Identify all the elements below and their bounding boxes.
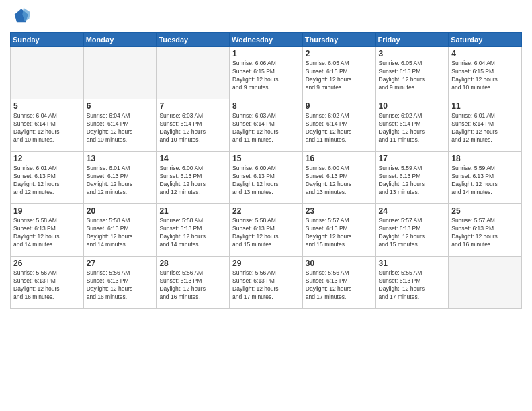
day-info: Sunrise: 6:03 AM Sunset: 6:14 PM Dayligh…: [159, 112, 226, 144]
day-number: 20: [87, 206, 154, 216]
day-info: Sunrise: 6:05 AM Sunset: 6:15 PM Dayligh…: [379, 60, 446, 92]
weekday-header-saturday: Saturday: [449, 33, 522, 47]
day-number: 23: [306, 206, 373, 216]
day-cell-15: 15Sunrise: 6:00 AM Sunset: 6:13 PM Dayli…: [230, 152, 303, 204]
day-info: Sunrise: 5:58 AM Sunset: 6:13 PM Dayligh…: [13, 217, 81, 249]
day-number: 11: [451, 101, 519, 111]
day-number: 27: [87, 259, 154, 268]
day-info: Sunrise: 6:05 AM Sunset: 6:15 PM Dayligh…: [306, 60, 373, 92]
logo: [10, 7, 33, 27]
day-cell-6: 6Sunrise: 6:04 AM Sunset: 6:14 PM Daylig…: [83, 99, 157, 152]
day-cell-24: 24Sunrise: 5:57 AM Sunset: 6:13 PM Dayli…: [375, 204, 449, 257]
day-number: 22: [232, 206, 300, 216]
day-number: 31: [379, 259, 446, 268]
day-cell-18: 18Sunrise: 5:59 AM Sunset: 6:13 PM Dayli…: [449, 152, 522, 204]
day-cell-9: 9Sunrise: 6:02 AM Sunset: 6:14 PM Daylig…: [302, 99, 375, 152]
day-info: Sunrise: 5:56 AM Sunset: 6:13 PM Dayligh…: [13, 269, 81, 302]
day-number: 21: [159, 206, 226, 216]
day-number: 10: [379, 101, 446, 111]
day-number: 14: [159, 154, 226, 163]
day-number: 30: [306, 259, 373, 268]
day-number: 4: [451, 49, 519, 58]
day-cell-29: 29Sunrise: 5:56 AM Sunset: 6:13 PM Dayli…: [230, 257, 303, 309]
day-info: Sunrise: 5:56 AM Sunset: 6:13 PM Dayligh…: [159, 269, 226, 302]
page: SundayMondayTuesdayWednesdayThursdayFrid…: [0, 0, 532, 411]
day-info: Sunrise: 6:00 AM Sunset: 6:13 PM Dayligh…: [306, 165, 373, 197]
day-info: Sunrise: 6:01 AM Sunset: 6:13 PM Dayligh…: [13, 165, 81, 197]
day-cell-25: 25Sunrise: 5:57 AM Sunset: 6:13 PM Dayli…: [449, 204, 522, 257]
day-number: 2: [306, 49, 373, 58]
day-info: Sunrise: 5:56 AM Sunset: 6:13 PM Dayligh…: [87, 269, 154, 302]
day-cell-20: 20Sunrise: 5:58 AM Sunset: 6:13 PM Dayli…: [83, 204, 157, 257]
day-info: Sunrise: 6:00 AM Sunset: 6:13 PM Dayligh…: [232, 165, 300, 197]
day-info: Sunrise: 5:58 AM Sunset: 6:13 PM Dayligh…: [232, 217, 300, 249]
day-cell-23: 23Sunrise: 5:57 AM Sunset: 6:13 PM Dayli…: [302, 204, 375, 257]
day-cell-8: 8Sunrise: 6:03 AM Sunset: 6:14 PM Daylig…: [230, 99, 303, 152]
day-number: 19: [13, 206, 81, 216]
week-row-3: 12Sunrise: 6:01 AM Sunset: 6:13 PM Dayli…: [11, 152, 522, 204]
day-cell-3: 3Sunrise: 6:05 AM Sunset: 6:15 PM Daylig…: [375, 47, 449, 99]
day-cell-11: 11Sunrise: 6:01 AM Sunset: 6:14 PM Dayli…: [449, 99, 522, 152]
empty-cell: [157, 47, 230, 99]
day-number: 3: [379, 49, 446, 58]
day-info: Sunrise: 5:57 AM Sunset: 6:13 PM Dayligh…: [306, 217, 373, 249]
day-cell-4: 4Sunrise: 6:04 AM Sunset: 6:15 PM Daylig…: [449, 47, 522, 99]
day-cell-22: 22Sunrise: 5:58 AM Sunset: 6:13 PM Dayli…: [230, 204, 303, 257]
day-number: 18: [451, 154, 519, 163]
empty-cell: [83, 47, 157, 99]
day-info: Sunrise: 6:04 AM Sunset: 6:14 PM Dayligh…: [13, 112, 81, 144]
day-cell-17: 17Sunrise: 5:59 AM Sunset: 6:13 PM Dayli…: [375, 152, 449, 204]
empty-cell: [11, 47, 84, 99]
day-cell-31: 31Sunrise: 5:55 AM Sunset: 6:13 PM Dayli…: [375, 257, 449, 309]
day-number: 17: [379, 154, 446, 163]
day-cell-13: 13Sunrise: 6:01 AM Sunset: 6:13 PM Dayli…: [83, 152, 157, 204]
day-info: Sunrise: 5:56 AM Sunset: 6:13 PM Dayligh…: [306, 269, 373, 302]
day-info: Sunrise: 6:04 AM Sunset: 6:14 PM Dayligh…: [87, 112, 154, 144]
logo-icon: [10, 7, 30, 27]
day-number: 6: [87, 101, 154, 111]
day-number: 28: [159, 259, 226, 268]
day-number: 13: [87, 154, 154, 163]
weekday-header-thursday: Thursday: [302, 33, 375, 47]
day-info: Sunrise: 6:01 AM Sunset: 6:14 PM Dayligh…: [451, 112, 519, 144]
day-number: 12: [13, 154, 81, 163]
day-cell-28: 28Sunrise: 5:56 AM Sunset: 6:13 PM Dayli…: [157, 257, 230, 309]
day-info: Sunrise: 5:57 AM Sunset: 6:13 PM Dayligh…: [379, 217, 446, 249]
weekday-header-tuesday: Tuesday: [157, 33, 230, 47]
day-number: 16: [306, 154, 373, 163]
day-number: 15: [232, 154, 300, 163]
day-number: 25: [451, 206, 519, 216]
week-row-2: 5Sunrise: 6:04 AM Sunset: 6:14 PM Daylig…: [11, 99, 522, 152]
weekday-header-sunday: Sunday: [11, 33, 84, 47]
day-info: Sunrise: 5:55 AM Sunset: 6:13 PM Dayligh…: [379, 269, 446, 302]
week-row-5: 26Sunrise: 5:56 AM Sunset: 6:13 PM Dayli…: [11, 257, 522, 309]
calendar: SundayMondayTuesdayWednesdayThursdayFrid…: [10, 32, 522, 309]
day-info: Sunrise: 5:58 AM Sunset: 6:13 PM Dayligh…: [87, 217, 154, 249]
day-cell-26: 26Sunrise: 5:56 AM Sunset: 6:13 PM Dayli…: [11, 257, 84, 309]
day-info: Sunrise: 6:04 AM Sunset: 6:15 PM Dayligh…: [451, 60, 519, 92]
day-number: 24: [379, 206, 446, 216]
day-number: 29: [232, 259, 300, 268]
weekday-header-monday: Monday: [83, 33, 157, 47]
day-info: Sunrise: 5:59 AM Sunset: 6:13 PM Dayligh…: [379, 165, 446, 197]
week-row-4: 19Sunrise: 5:58 AM Sunset: 6:13 PM Dayli…: [11, 204, 522, 257]
day-cell-16: 16Sunrise: 6:00 AM Sunset: 6:13 PM Dayli…: [302, 152, 375, 204]
day-info: Sunrise: 5:58 AM Sunset: 6:13 PM Dayligh…: [159, 217, 226, 249]
day-info: Sunrise: 6:06 AM Sunset: 6:15 PM Dayligh…: [232, 60, 300, 92]
weekday-header-row: SundayMondayTuesdayWednesdayThursdayFrid…: [11, 33, 522, 47]
day-cell-30: 30Sunrise: 5:56 AM Sunset: 6:13 PM Dayli…: [302, 257, 375, 309]
day-number: 26: [13, 259, 81, 268]
weekday-header-wednesday: Wednesday: [230, 33, 303, 47]
day-cell-1: 1Sunrise: 6:06 AM Sunset: 6:15 PM Daylig…: [230, 47, 303, 99]
day-cell-10: 10Sunrise: 6:02 AM Sunset: 6:14 PM Dayli…: [375, 99, 449, 152]
day-cell-5: 5Sunrise: 6:04 AM Sunset: 6:14 PM Daylig…: [11, 99, 84, 152]
day-cell-2: 2Sunrise: 6:05 AM Sunset: 6:15 PM Daylig…: [302, 47, 375, 99]
weekday-header-friday: Friday: [375, 33, 449, 47]
week-row-1: 1Sunrise: 6:06 AM Sunset: 6:15 PM Daylig…: [11, 47, 522, 99]
day-info: Sunrise: 6:00 AM Sunset: 6:13 PM Dayligh…: [159, 165, 226, 197]
day-info: Sunrise: 6:02 AM Sunset: 6:14 PM Dayligh…: [379, 112, 446, 144]
day-info: Sunrise: 5:56 AM Sunset: 6:13 PM Dayligh…: [232, 269, 300, 302]
day-cell-21: 21Sunrise: 5:58 AM Sunset: 6:13 PM Dayli…: [157, 204, 230, 257]
day-number: 1: [232, 49, 300, 58]
day-cell-7: 7Sunrise: 6:03 AM Sunset: 6:14 PM Daylig…: [157, 99, 230, 152]
